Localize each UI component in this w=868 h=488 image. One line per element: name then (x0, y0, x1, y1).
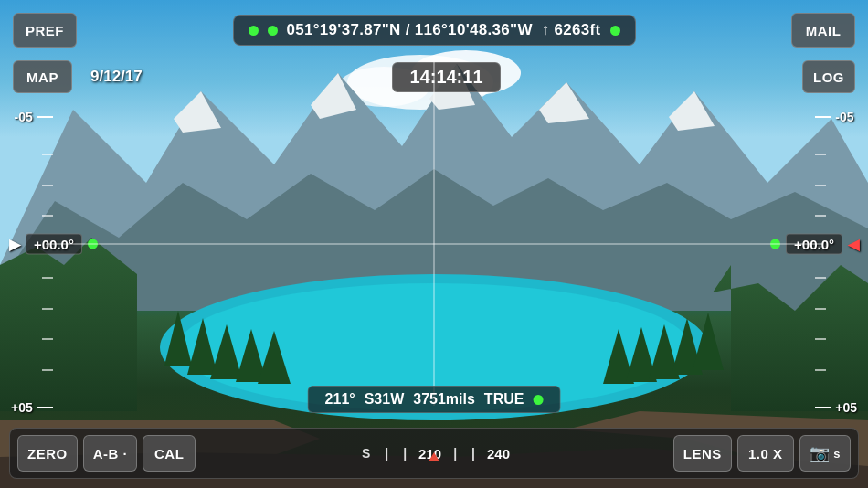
compass-240: 240 (482, 446, 514, 461)
bearing-dot (533, 395, 543, 405)
bearing-degrees: 211° (325, 391, 355, 408)
log-button[interactable]: LOG (802, 60, 855, 93)
date-label: 9/12/17 (72, 68, 392, 86)
gps-dot-1 (249, 26, 259, 36)
bearing-bar: 211° S31W 3751mils TRUE (308, 386, 561, 413)
compass-tick3: | (446, 446, 464, 461)
gps-dot-2 (268, 26, 278, 36)
left-scale-plus5: +05 (11, 400, 33, 415)
compass-s: S (355, 446, 377, 461)
right-scale: -05 +05 (815, 110, 857, 415)
left-scale-minus5: -05 (15, 110, 33, 124)
left-arrow: ▶ (9, 236, 20, 253)
right-scale-minus5: -05 (835, 110, 853, 124)
right-arrow: ◀ (848, 236, 859, 253)
zero-button[interactable]: ZERO (17, 435, 78, 472)
map-button[interactable]: MAP (13, 60, 72, 93)
left-scale: -05 +05 (11, 110, 53, 415)
lens-button[interactable]: LENS (673, 435, 732, 472)
crosshair-vertical (434, 55, 435, 406)
zoom-button[interactable]: 1.0 X (737, 435, 794, 472)
camera-label: s (833, 447, 841, 461)
camera-button[interactable]: 📷 s (799, 435, 851, 472)
gps-bar: 051°19'37.87"N / 116°10'48.36"W ↑ 6263ft (233, 15, 636, 46)
bottom-bar: ZERO A-B · CAL S | | 210 | | 240 LENS 1.… (9, 428, 859, 479)
cal-button[interactable]: CAL (143, 435, 196, 472)
bearing-direction: S31W (365, 391, 405, 408)
mail-button[interactable]: MAIL (791, 13, 855, 48)
compass-pointer (429, 452, 439, 461)
ab-button[interactable]: A-B · (83, 435, 138, 472)
bearing-mils: 3751mils (413, 391, 475, 408)
compass-tick2: | (396, 446, 414, 461)
right-scale-plus5: +05 (835, 400, 857, 415)
compass-strip: S | | 210 | | 240 (201, 446, 668, 461)
camera-icon: 📷 (810, 443, 831, 463)
gps-altitude: ↑ 6263ft (542, 21, 601, 39)
gps-dot-3 (610, 26, 620, 36)
gps-coords: 051°19'37.87"N / 116°10'48.36"W (287, 21, 533, 39)
right-buttons: LENS 1.0 X 📷 s (673, 435, 851, 472)
bearing-mode: TRUE (484, 391, 524, 408)
time-display: 14:14:11 (392, 62, 500, 92)
pref-button[interactable]: PREF (13, 13, 77, 48)
compass-tick1: | (377, 446, 396, 461)
compass-tick4: | (464, 446, 482, 461)
